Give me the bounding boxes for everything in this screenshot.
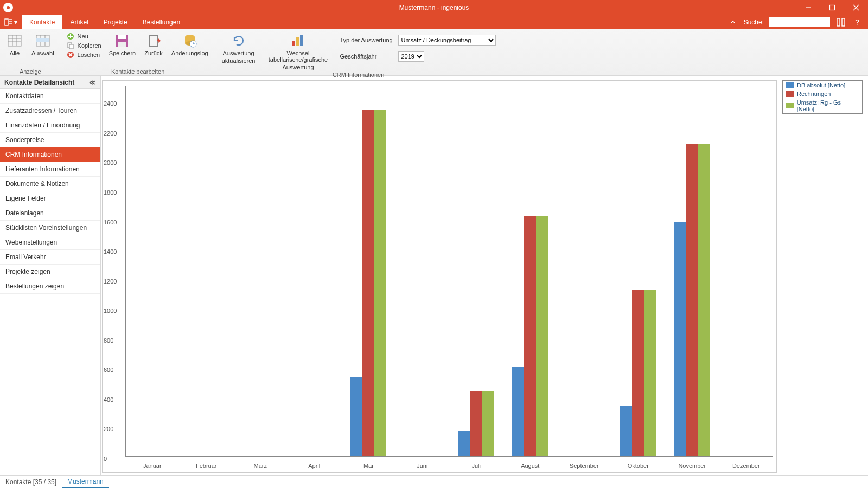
status-tab-mustermann[interactable]: Mustermann — [62, 476, 109, 488]
jahr-select[interactable]: 2019 — [398, 51, 424, 62]
wechsel-ansicht-button[interactable]: Wechsel tabellarische/grafische Auswertu… — [263, 31, 333, 72]
y-tick-label: 1800 — [104, 189, 117, 196]
svg-rect-9 — [842, 18, 845, 26]
bar — [698, 144, 710, 456]
kopieren-button[interactable]: Kopieren — [67, 42, 101, 49]
svg-rect-8 — [837, 18, 840, 26]
bar — [644, 290, 656, 456]
bar — [686, 144, 698, 456]
ribbon-group-kontakte-bearbeiten: Neu Kopieren Löschen Speichern Zurück Än… — [61, 29, 215, 76]
x-tick-label: April — [308, 463, 320, 469]
chart-box: 0200400600800100012001400160018002000220… — [102, 80, 777, 473]
maximize-button[interactable] — [820, 0, 844, 15]
neu-button[interactable]: Neu — [67, 33, 101, 40]
status-tab-kontakte[interactable]: Kontakte [35 / 35] — [0, 476, 62, 488]
auswertung-aktualisieren-button[interactable]: Auswertung aktualisieren — [221, 31, 257, 65]
status-bar: Kontakte [35 / 35] Mustermann — [0, 475, 868, 488]
sidebar-item-eigene-felder[interactable]: Eigene Felder — [0, 191, 100, 206]
x-tick-label: Oktober — [628, 463, 649, 469]
svg-rect-39 — [292, 41, 295, 46]
tab-projekte[interactable]: Projekte — [96, 15, 135, 29]
svg-rect-10 — [8, 35, 21, 46]
x-tick-label: November — [678, 463, 706, 469]
ribbon-group-anzeige: Alle Auswahl Anzeige — [0, 29, 61, 76]
auswahl-button[interactable]: Auswahl — [30, 31, 55, 57]
y-tick-label: 1200 — [104, 278, 117, 285]
copy-icon — [67, 42, 74, 49]
y-tick-label: 800 — [104, 337, 113, 344]
ribbon-group-label: Kontakte bearbeiten — [67, 68, 209, 76]
y-tick-label: 1600 — [104, 219, 117, 226]
sidebar-item-zusatzadressen-touren[interactable]: Zusatzadressen / Touren — [0, 104, 100, 118]
sidebar-item-dokumente-notizen[interactable]: Dokumente & Notizen — [0, 177, 100, 191]
jahr-label: Geschäftsjahr — [340, 53, 394, 60]
bar — [362, 110, 374, 456]
search-input[interactable] — [769, 17, 830, 27]
titlebar: Mustermann - ingenious — [0, 0, 868, 15]
typ-select[interactable]: Umsatz / Deckungsbeitrag — [398, 35, 496, 46]
x-tick-label: Dezember — [732, 463, 760, 469]
window-title: Mustermann - ingenious — [0, 4, 868, 11]
sidebar-item-st-cklisten-voreinstellungen[interactable]: Stücklisten Voreinstellungen — [0, 221, 100, 235]
ribbon: Alle Auswahl Anzeige Neu Kopieren Lösche… — [0, 29, 868, 76]
loeschen-button[interactable]: Löschen — [67, 51, 101, 59]
tab-artikel[interactable]: Artikel — [62, 15, 95, 29]
svg-rect-20 — [36, 38, 49, 42]
tab-label: Kontakte — [29, 18, 55, 26]
bar — [458, 431, 470, 456]
zurueck-button[interactable]: Zurück — [143, 31, 164, 57]
app-menu-button[interactable]: ▾ — [0, 15, 22, 29]
sidebar-item-finanzdaten-einordnung[interactable]: Finanzdaten / Einordnung — [0, 118, 100, 133]
bar — [350, 377, 362, 456]
collapse-ribbon-icon[interactable] — [727, 17, 738, 28]
legend-item: DB absolut [Netto] — [783, 81, 862, 89]
bar — [536, 216, 548, 456]
sidebar-item-webeinstellungen[interactable]: Webeinstellungen — [0, 235, 100, 250]
chart-icon — [290, 33, 306, 49]
search-label: Suche: — [744, 18, 764, 26]
chart-area: 0200400600800100012001400160018002000220… — [101, 76, 868, 475]
svg-rect-41 — [300, 35, 303, 46]
db-clock-icon — [182, 33, 198, 49]
alle-button[interactable]: Alle — [5, 31, 24, 57]
help-icon[interactable]: ? — [852, 17, 863, 28]
tab-label: Artikel — [70, 18, 88, 26]
tab-bestellungen[interactable]: Bestellungen — [135, 15, 188, 29]
side-panel: Kontakte Detailansicht ≪ KontaktdatenZus… — [0, 76, 101, 475]
bar — [512, 367, 524, 456]
speichern-button[interactable]: Speichern — [108, 31, 137, 57]
tab-kontakte[interactable]: Kontakte — [22, 15, 62, 29]
sidebar-item-dateianlagen[interactable]: Dateianlagen — [0, 206, 100, 221]
typ-label: Typ der Auswertung — [340, 37, 394, 43]
ribbon-group-crm: Auswertung aktualisieren Wechsel tabella… — [215, 29, 502, 76]
y-tick-label: 2200 — [104, 130, 117, 137]
menu-strip: ▾ Kontakte Artikel Projekte Bestellungen… — [0, 15, 868, 29]
svg-rect-32 — [149, 35, 158, 46]
x-tick-label: Januar — [143, 463, 162, 469]
sidebar-item-bestellungen-zeigen[interactable]: Bestellungen zeigen — [0, 279, 100, 294]
collapse-panel-icon[interactable]: ≪ — [89, 79, 96, 86]
y-tick-label: 2400 — [104, 100, 117, 107]
x-tick-label: Februar — [196, 463, 217, 469]
bar — [632, 290, 644, 456]
sidebar-item-crm-informationen[interactable]: CRM Informationen — [0, 147, 100, 162]
legend: DB absolut [Netto]RechnungenUmsatz: Rg -… — [782, 80, 863, 114]
x-tick-label: Mai — [363, 463, 373, 469]
legend-swatch-icon — [786, 91, 794, 97]
sidebar-item-kontaktdaten[interactable]: Kontaktdaten — [0, 89, 100, 104]
sidebar-item-lieferanten-informationen[interactable]: Lieferanten Informationen — [0, 162, 100, 177]
sidebar-item-email-verkehr[interactable]: Email Verkehr — [0, 250, 100, 265]
tab-label: Bestellungen — [143, 18, 180, 26]
svg-rect-40 — [296, 37, 299, 46]
sidebar-item-sonderpreise[interactable]: Sonderpreise — [0, 133, 100, 147]
svg-rect-31 — [118, 42, 126, 47]
search-tools-icon[interactable] — [835, 17, 846, 28]
aenderungslog-button[interactable]: Änderungslog — [170, 31, 209, 57]
refresh-icon — [231, 33, 247, 49]
minimize-button[interactable] — [796, 0, 820, 15]
close-button[interactable] — [844, 0, 868, 15]
sidebar-item-projekte-zeigen[interactable]: Projekte zeigen — [0, 265, 100, 279]
legend-label: Umsatz: Rg - Gs [Netto] — [797, 99, 859, 112]
svg-rect-25 — [69, 44, 73, 49]
x-tick-label: März — [254, 463, 267, 469]
